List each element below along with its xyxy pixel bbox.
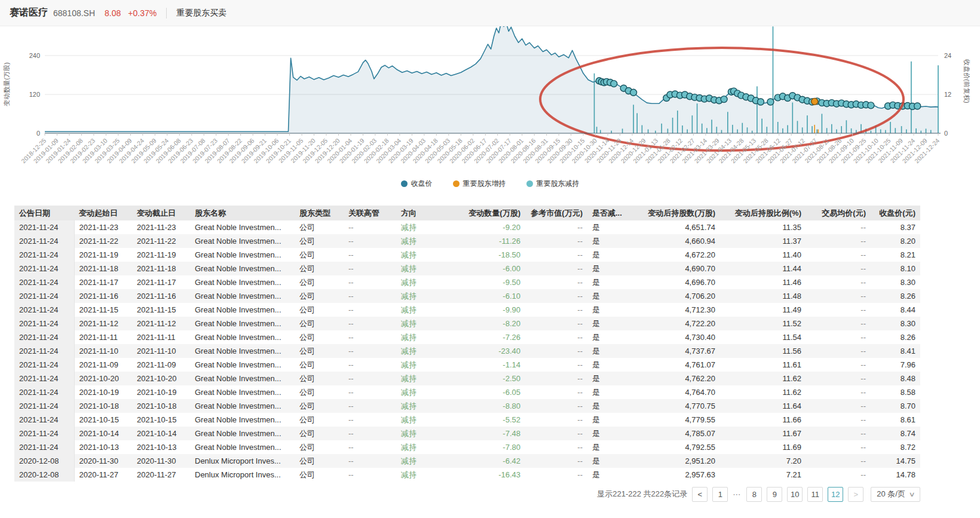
- cell-shares-after-change: 4,770.75: [633, 399, 720, 413]
- cell-announce-date: 2021-11-24: [14, 262, 74, 275]
- cell-holder-name: Great Noble Investmen...: [190, 344, 295, 358]
- cell-announce-date: 2021-11-24: [14, 385, 74, 399]
- cell-ref-market-value: --: [525, 234, 587, 248]
- cell-announce-date: 2021-11-24: [14, 413, 74, 427]
- cell-avg-trade-price: --: [806, 220, 871, 234]
- cell-holder-name: Great Noble Investmen...: [190, 427, 295, 440]
- page-button-1[interactable]: 1: [712, 487, 728, 502]
- cell-ratio-after-change: 11.67: [720, 427, 806, 440]
- tab-important-holder-trading[interactable]: 重要股东买卖: [176, 8, 226, 19]
- cell-holder-name: Great Noble Investmen...: [190, 275, 295, 289]
- cell-change-amount: -1.14: [456, 358, 525, 372]
- cell-ref-market-value: --: [525, 440, 587, 454]
- cell-holder-type: 公司: [295, 317, 344, 330]
- cell-announce-date: 2021-11-24: [14, 275, 74, 289]
- cell-announce-date: 2021-11-24: [14, 372, 74, 385]
- cell-is-reduction: 是: [587, 427, 633, 440]
- cell-ref-market-value: --: [525, 303, 587, 317]
- cell-holder-type: 公司: [295, 372, 344, 385]
- cell-ratio-after-change: 11.66: [720, 413, 806, 427]
- legend-dot-icon: [526, 180, 533, 187]
- table-row: 2021-11-242021-11-152021-11-15Great Nobl…: [14, 303, 920, 317]
- cell-is-reduction: 是: [587, 385, 633, 399]
- cell-shares-after-change: 4,730.40: [633, 330, 720, 344]
- column-header-ratio-after-change: 变动后持股比例(%): [720, 206, 806, 220]
- cell-ref-market-value: --: [525, 454, 587, 468]
- page-button-12[interactable]: 12: [828, 487, 843, 502]
- cell-avg-trade-price: --: [806, 275, 871, 289]
- pages-ellipsis: ⋯: [733, 490, 742, 499]
- cell-holder-name: Great Noble Investmen...: [190, 399, 295, 413]
- cell-related-exec: --: [344, 468, 396, 482]
- cell-ratio-after-change: 11.56: [720, 344, 806, 358]
- cell-ratio-after-change: 11.37: [720, 234, 806, 248]
- cell-direction: 减持: [396, 317, 456, 330]
- cell-is-reduction: 是: [587, 275, 633, 289]
- cell-shares-after-change: 4,672.20: [633, 248, 720, 262]
- cell-change-end-date: 2021-10-19: [132, 385, 190, 399]
- cell-ref-market-value: --: [525, 468, 587, 482]
- cell-holder-name: Great Noble Investmen...: [190, 234, 295, 248]
- cell-avg-trade-price: --: [806, 427, 871, 440]
- cell-shares-after-change: 4,712.30: [633, 303, 720, 317]
- cell-change-end-date: 2020-11-30: [132, 454, 190, 468]
- prev-page-button[interactable]: <: [692, 487, 708, 502]
- cell-ref-market-value: --: [525, 427, 587, 440]
- cell-holder-name: Denlux Microport Inves...: [190, 454, 295, 468]
- cell-related-exec: --: [344, 262, 396, 275]
- cell-holder-type: 公司: [295, 289, 344, 303]
- cell-ref-market-value: --: [525, 344, 587, 358]
- cell-shares-after-change: 4,696.70: [633, 275, 720, 289]
- table-row: 2020-12-082020-11-272020-11-27Denlux Mic…: [14, 468, 920, 482]
- cell-close-price: 8.70: [871, 399, 920, 413]
- cell-close-price: 8.74: [871, 427, 920, 440]
- cell-direction: 减持: [396, 262, 456, 275]
- next-page-button[interactable]: >: [848, 487, 863, 502]
- page-size-select[interactable]: 20 条/页 ∨: [871, 487, 920, 502]
- cell-is-reduction: 是: [587, 234, 633, 248]
- cell-holder-name: Great Noble Investmen...: [190, 330, 295, 344]
- cell-avg-trade-price: --: [806, 303, 871, 317]
- svg-text:120: 120: [29, 91, 40, 98]
- cell-change-start-date: 2021-11-09: [74, 358, 132, 372]
- column-header-change-amount: 变动数量(万股): [456, 206, 525, 220]
- cell-direction: 减持: [396, 358, 456, 372]
- page-button-11[interactable]: 11: [807, 487, 823, 502]
- column-header-ref-market-value: 参考市值(万元): [525, 206, 587, 220]
- cell-related-exec: --: [344, 248, 396, 262]
- cell-holder-type: 公司: [295, 399, 344, 413]
- legend-item-holder-reduce[interactable]: 重要股东减持: [526, 179, 580, 189]
- cell-shares-after-change: 4,792.55: [633, 440, 720, 454]
- cell-shares-after-change: 4,690.70: [633, 262, 720, 275]
- cell-close-price: 8.37: [871, 220, 920, 234]
- cell-direction: 减持: [396, 413, 456, 427]
- cell-shares-after-change: 4,737.67: [633, 344, 720, 358]
- page-button-9[interactable]: 9: [767, 487, 782, 502]
- cell-direction: 减持: [396, 303, 456, 317]
- stock-price: 8.08: [105, 8, 121, 18]
- table-row: 2021-11-242021-11-172021-11-17Great Nobl…: [14, 275, 920, 289]
- cell-related-exec: --: [344, 358, 396, 372]
- cell-change-amount: -6.05: [456, 385, 525, 399]
- cell-change-end-date: 2021-10-20: [132, 372, 190, 385]
- cell-ref-market-value: --: [525, 385, 587, 399]
- legend-item-holder-increase[interactable]: 重要股东增持: [453, 179, 506, 189]
- cell-change-end-date: 2021-11-16: [132, 289, 190, 303]
- cell-direction: 减持: [396, 427, 456, 440]
- cell-change-start-date: 2021-11-19: [74, 248, 132, 262]
- legend-item-close-price[interactable]: 收盘价: [401, 179, 433, 189]
- cell-related-exec: --: [344, 330, 396, 344]
- page-button-8[interactable]: 8: [746, 487, 762, 502]
- cell-ref-market-value: --: [525, 330, 587, 344]
- cell-related-exec: --: [344, 344, 396, 358]
- cell-ref-market-value: --: [525, 248, 587, 262]
- cell-announce-date: 2021-11-24: [14, 427, 74, 440]
- cell-ratio-after-change: 11.48: [720, 289, 806, 303]
- cell-related-exec: --: [344, 234, 396, 248]
- page-button-10[interactable]: 10: [787, 487, 803, 502]
- cell-change-end-date: 2020-11-27: [132, 468, 190, 482]
- table-row: 2021-11-242021-10-182021-10-18Great Nobl…: [14, 399, 920, 413]
- cell-change-end-date: 2021-11-17: [132, 275, 190, 289]
- table-row: 2021-11-242021-11-182021-11-18Great Nobl…: [14, 262, 920, 275]
- cell-related-exec: --: [344, 289, 396, 303]
